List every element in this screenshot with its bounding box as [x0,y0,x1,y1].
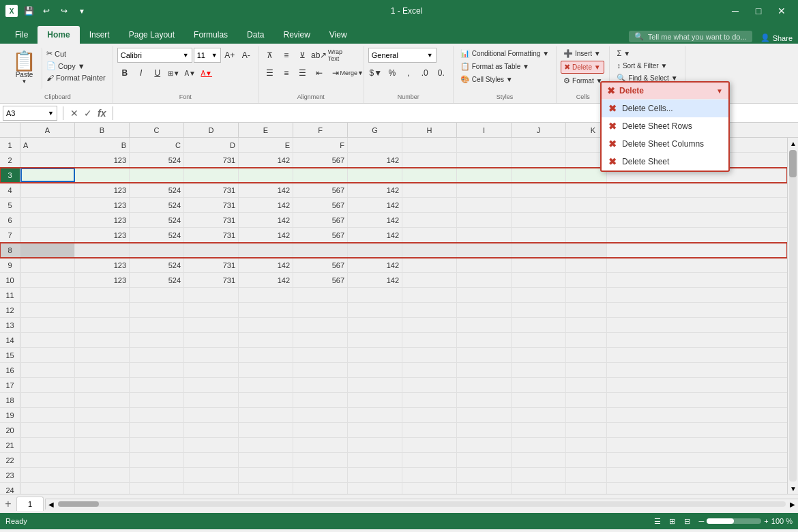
cell-E2[interactable]: 142 [239,153,293,167]
cell-C10[interactable]: 524 [130,273,184,287]
cell-H9[interactable] [402,258,457,272]
cell-B11[interactable] [75,288,130,302]
cell-B7[interactable]: 123 [75,228,130,242]
col-header-I[interactable]: I [457,123,512,137]
col-header-C[interactable]: C [130,123,184,137]
italic-button[interactable]: I [134,65,149,80]
delete-sheet-item[interactable]: ✖ Delete Sheet [602,153,728,171]
row-num-15[interactable]: 15 [0,348,20,362]
cell-D8[interactable] [184,243,239,257]
confirm-formula-button[interactable]: ✓ [83,106,93,120]
undo-button[interactable]: ↩ [40,4,53,18]
add-sheet-button[interactable]: + [0,496,16,512]
cell-J3[interactable] [512,168,566,182]
cell-G2[interactable]: 142 [348,153,402,167]
orientation-button[interactable]: ab↗ [312,48,327,63]
cell-I2[interactable] [457,153,512,167]
cell-D6[interactable]: 731 [184,213,239,227]
number-format-dropdown[interactable]: General ▼ [368,48,437,63]
align-center-button[interactable]: ≡ [279,65,294,80]
cell-B8[interactable] [75,243,130,257]
cell-E11[interactable] [239,288,293,302]
increase-decimal-button[interactable]: .0 [417,65,432,80]
cell-K9[interactable] [566,258,607,272]
cell-G6[interactable]: 142 [348,213,402,227]
cell-D2[interactable]: 731 [184,153,239,167]
cell-C3[interactable] [130,168,184,182]
row-num-20[interactable]: 20 [0,423,20,437]
h-scroll-thumb[interactable] [58,501,99,507]
cell-E1[interactable]: E [239,138,293,152]
vertical-scrollbar[interactable]: ▲ ▼ [787,138,798,494]
row-num-24[interactable]: 24 [0,483,20,494]
row-num-3[interactable]: 3 [0,168,20,182]
normal-view-button[interactable]: ☰ [651,515,664,527]
cell-D1[interactable]: D [184,138,239,152]
align-top-button[interactable]: ⊼ [263,48,278,63]
minimize-button[interactable]: ─ [724,0,746,22]
row-num-5[interactable]: 5 [0,198,20,212]
cell-G7[interactable]: 142 [348,228,402,242]
cell-H3[interactable] [402,168,457,182]
sheet-tab-1[interactable]: 1 [16,497,44,511]
cell-J5[interactable] [512,198,566,212]
cell-G4[interactable]: 142 [348,183,402,197]
cell-H11[interactable] [402,288,457,302]
currency-button[interactable]: $▼ [368,65,383,80]
cell-B9[interactable]: 123 [75,258,130,272]
cell-B5[interactable]: 123 [75,198,130,212]
ribbon-search[interactable]: 🔍 Tell me what you want to do... [629,31,752,42]
cell-D10[interactable]: 731 [184,273,239,287]
zoom-slider-thumb[interactable] [707,518,734,524]
format-cells-button[interactable]: ⚙ Format ▼ [561,75,605,87]
cell-A11[interactable] [20,288,75,302]
tab-file[interactable]: File [5,26,38,44]
cell-A10[interactable] [20,273,75,287]
merge-center-button[interactable]: Merge▼ [344,65,359,80]
scroll-left-button[interactable]: ◀ [46,501,57,508]
format-painter-button[interactable]: 🖌 Format Painter [44,72,108,83]
cancel-formula-button[interactable]: ✕ [69,106,80,120]
copy-button[interactable]: 📄 Copy ▼ [44,60,108,72]
cell-J10[interactable] [512,273,566,287]
autosum-button[interactable]: Σ ▼ [614,48,633,59]
cell-G1[interactable] [348,138,402,152]
cell-G8[interactable] [348,243,402,257]
cell-styles-button[interactable]: 🎨 Cell Styles ▼ [458,74,516,85]
row-num-22[interactable]: 22 [0,453,20,467]
cell-D9[interactable]: 731 [184,258,239,272]
row-num-19[interactable]: 19 [0,408,20,422]
save-button[interactable]: 💾 [22,4,35,18]
cell-C1[interactable]: C [130,138,184,152]
row-num-8[interactable]: 8 [0,243,20,257]
cell-H5[interactable] [402,198,457,212]
cell-J4[interactable] [512,183,566,197]
cell-F3[interactable] [293,168,348,182]
quick-access-more[interactable]: ▼ [75,4,89,18]
tab-view[interactable]: View [320,26,357,44]
cell-I6[interactable] [457,213,512,227]
cell-G11[interactable] [348,288,402,302]
cell-K11[interactable] [566,288,607,302]
cell-H7[interactable] [402,228,457,242]
cell-reference-box[interactable]: A3 ▼ [3,106,57,121]
format-as-table-button[interactable]: 📋 Format as Table ▼ [458,61,532,72]
wrap-text-button[interactable]: Wrap Text [328,48,343,63]
underline-button[interactable]: U [150,65,165,80]
horizontal-scrollbar[interactable]: ◀ ▶ [45,499,798,509]
cell-E10[interactable]: 142 [239,273,293,287]
row-num-14[interactable]: 14 [0,333,20,347]
tab-review[interactable]: Review [274,26,319,44]
cell-K6[interactable] [566,213,607,227]
align-middle-button[interactable]: ≡ [279,48,294,63]
col-header-G[interactable]: G [348,123,402,137]
font-size-dropdown[interactable]: 11 ▼ [194,48,221,63]
cell-K5[interactable] [566,198,607,212]
row-num-11[interactable]: 11 [0,288,20,302]
row-num-7[interactable]: 7 [0,228,20,242]
cell-H4[interactable] [402,183,457,197]
delete-sheet-rows-item[interactable]: ✖ Delete Sheet Rows [602,117,728,135]
cell-A9[interactable] [20,258,75,272]
cell-C5[interactable]: 524 [130,198,184,212]
col-header-B[interactable]: B [75,123,130,137]
